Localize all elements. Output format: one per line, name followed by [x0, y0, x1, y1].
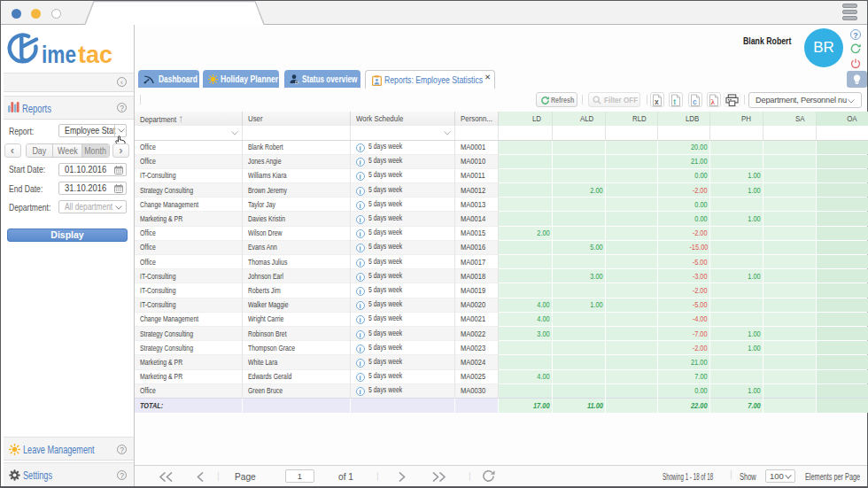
- svg-text:λ: λ: [710, 97, 715, 106]
- svg-text:t: t: [673, 97, 676, 106]
- svg-text:c: c: [693, 97, 697, 106]
- svg-text:ime: ime: [42, 42, 76, 68]
- svg-text:tac: tac: [78, 42, 112, 68]
- svg-text:x: x: [655, 97, 659, 106]
